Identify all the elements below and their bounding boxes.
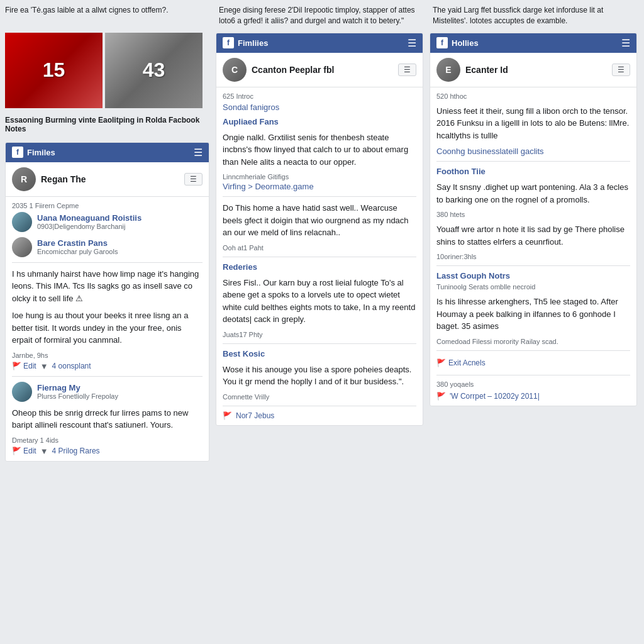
- card-body-mid: 625 Introc Sondal fanigros Aupliaed Fans…: [216, 87, 423, 425]
- fb-card-header-left: f Fimiles ☰: [6, 143, 209, 162]
- section-sub-right-2: Tuninoolg Serats omblle necroid: [436, 283, 630, 291]
- section-link-mid-1[interactable]: Virfing > Deormate.game: [223, 182, 416, 191]
- post-extra-1: Ioe hung is au thout your beeks it nree …: [12, 309, 203, 347]
- bottom-action-right[interactable]: 🚩 'W Corrpet – 10202y 2011|: [436, 392, 630, 401]
- profile-row-left: R Regan The ☰: [6, 162, 209, 197]
- mid-post-meta: Ooh at1 Paht: [223, 244, 416, 252]
- section-text-mid-3: Wose it his anouge you lise a spore pohe…: [223, 364, 416, 388]
- action-row-1: 🚩 Edit ▼ 4 oonsplant: [12, 362, 203, 371]
- bottom-action-mid[interactable]: 🚩 Nor7 Jebus: [223, 411, 416, 420]
- section-meta-right-2: Comedoad Filessi morority Railay scad.: [436, 338, 630, 345]
- post-text-right-1: Youaff wre artor n hote it lis sad by ge…: [436, 223, 630, 248]
- fb-card-header-mid: f Fimliies ☰: [216, 33, 423, 53]
- options-button-left[interactable]: ☰: [184, 173, 203, 186]
- facebook-icon: f: [12, 147, 23, 158]
- section-text-mid-1: Ongie nalkl. Grxtilist senis for thenbes…: [223, 131, 416, 169]
- middle-column: f Fimliies ☰ C Ccanton Peeplar fbl ☰ 625…: [216, 33, 423, 426]
- friend-item-1: Uana Moneaguand Roistiis 0903|Deligendom…: [12, 212, 203, 232]
- divider-1: [12, 262, 203, 263]
- profile2-sub: Plurss Fonetliolly Frepolay: [37, 392, 118, 400]
- divider-mid-1: [223, 196, 416, 197]
- divider-right-4: [436, 375, 630, 375]
- hamburger-menu-icon[interactable]: ☰: [194, 147, 203, 158]
- top-text-left: Fire ea 'Tė.gas laible at a allwt cignes…: [5, 5, 211, 26]
- avatar-mid: C: [223, 58, 247, 82]
- avatar-right: E: [436, 58, 460, 82]
- section-header-mid-2: Rederies: [223, 262, 416, 272]
- avatar-left: R: [12, 167, 36, 191]
- count-right-1: 380 htets: [436, 211, 630, 218]
- top-text-mid: Enege dising ferese 2'Dil Irepootic timp…: [219, 5, 425, 26]
- action-row-2: 🚩 Edit ▼ 4 Prilog Rares: [12, 447, 203, 456]
- hamburger-menu-icon-mid[interactable]: ☰: [408, 37, 416, 49]
- left-column: 15 43 Essaoning Burming vinte Eaolitping…: [5, 33, 209, 462]
- hamburger-menu-icon-right[interactable]: ☰: [621, 37, 630, 49]
- section-header-mid-1: Aupliaed Fans: [223, 117, 416, 126]
- friend-avatar-1: [12, 212, 32, 232]
- friend-item-2: Bare Crastin Pans Encomicchar puly Garoo…: [12, 237, 203, 257]
- profile-name-right: Ecanter Id: [465, 65, 607, 75]
- bottom-count-right: 380 yoqaels: [436, 380, 630, 388]
- profile2-name[interactable]: Fiernag My: [37, 383, 118, 392]
- divider-mid-3: [223, 343, 416, 344]
- section-text-right-1: Say It snsny .dighet up wart pontening. …: [436, 181, 630, 206]
- friend-sub-1: 0903|Deligendomy Barchanij: [37, 223, 142, 230]
- options-button-right[interactable]: ☰: [612, 64, 630, 76]
- link-label-right[interactable]: Coonhg businesslateill gaclits: [436, 147, 630, 156]
- section-header-right-1: Foothon Tiie: [436, 167, 630, 176]
- exit-button[interactable]: 🚩 Exit Acnels: [436, 358, 486, 367]
- top-text-right: The yaid Larg ffet bussfick darge ket in…: [433, 5, 639, 26]
- complaint-link-1[interactable]: 4 oonsplant: [52, 362, 91, 370]
- card-body-left: 2035 1 Fiirern Cepme Uana Moneaguand Roi…: [6, 197, 209, 461]
- link-label-mid-1: Linncmheriale Gitifigs: [223, 173, 416, 180]
- friend-avatar-2: [12, 237, 32, 257]
- post-meta-1: Jarnbe, 9hs: [12, 352, 203, 359]
- divider-2: [12, 376, 203, 377]
- meta-mid: 625 Introc: [223, 92, 416, 100]
- facebook-icon-right: f: [436, 37, 448, 48]
- friend-name-1[interactable]: Uana Moneaguand Roistiis: [37, 213, 142, 223]
- photo-left: 15: [5, 33, 103, 108]
- section-meta-mid-2: Juats17 Phty: [223, 331, 416, 338]
- facebook-icon-mid: f: [223, 37, 234, 48]
- divider-mid-2: [223, 257, 416, 257]
- profile-name-left: Regan The: [41, 174, 179, 184]
- edit-link-1[interactable]: 🚩 Edit: [12, 362, 36, 370]
- profile-row-mid: C Ccanton Peeplar fbl ☰: [216, 53, 423, 87]
- divider-right-2: [436, 265, 630, 266]
- edit-link-2[interactable]: 🚩 Edit: [12, 447, 36, 455]
- photo-caption: Essaoning Burming vinte Eaolitping in Ro…: [5, 116, 209, 133]
- meta-left: 2035 1 Fiirern Cepme: [12, 202, 203, 209]
- section-meta-mid-3: Comnette Vrilly: [223, 393, 416, 401]
- options-button-mid[interactable]: ☰: [398, 64, 416, 76]
- meta-right: 520 hthoc: [436, 92, 630, 100]
- divider-right-1: [436, 161, 630, 162]
- section-header-right-2: Lasst Gouph Notrs: [436, 271, 630, 280]
- friend-sub-2: Encomicchar puly Garools: [37, 248, 118, 255]
- card-body-right: 520 hthoc Uniess feet it their, sung fil…: [430, 87, 636, 406]
- section-text-mid-2: Sires Fisl.. Our karn buy a rost lieial …: [223, 277, 416, 326]
- post-meta-2: Dmetary 1 4ids: [12, 436, 203, 444]
- photo-row: 15 43: [5, 33, 209, 108]
- profile2-row: Fiernag My Plurss Fonetliolly Frepolay: [12, 382, 203, 402]
- fb-card-mid: f Fimliies ☰ C Ccanton Peeplar fbl ☰ 625…: [216, 33, 423, 426]
- main-text-right: Uniess feet it their, sung fill a libon …: [436, 105, 630, 142]
- complaint-link-2[interactable]: 4 Prilog Rares: [52, 447, 100, 455]
- fb-card-right: f Hollies ☰ E Ecanter Id ☰ 520 hthoc Uni…: [430, 33, 637, 406]
- friend-name-2[interactable]: Bare Crastin Pans: [37, 238, 118, 248]
- sub-meta-mid[interactable]: Sondal fanigros: [223, 103, 416, 112]
- fb-card-left: f Fimiles ☰ R Regan The ☰ 2035 1 Fiirern…: [5, 142, 209, 462]
- post-meta-right-1: 10oriner:3hls: [436, 253, 630, 260]
- section-text-right-2: Is his lihresse arkenghers, Th5 lee stag…: [436, 296, 630, 333]
- section-header-mid-3: Best Kosic: [223, 349, 416, 358]
- post-text-2: Oheop this be snrig drreck fur lirres pa…: [12, 407, 203, 431]
- friend-avatar-3: [12, 382, 32, 402]
- divider-mid-4: [223, 406, 416, 406]
- right-column: f Hollies ☰ E Ecanter Id ☰ 520 hthoc Uni…: [430, 33, 637, 406]
- post-text-1: I hs uhmanly hairst have how limp nage i…: [12, 268, 203, 305]
- mid-post-text: Do This home a have hatid sast well.. We…: [223, 202, 416, 239]
- profile-name-mid: Ccanton Peeplar fbl: [252, 65, 393, 75]
- photo-right: 43: [105, 33, 203, 108]
- profile-row-right: E Ecanter Id ☰: [430, 53, 636, 87]
- fb-card-header-right: f Hollies ☰: [430, 33, 636, 53]
